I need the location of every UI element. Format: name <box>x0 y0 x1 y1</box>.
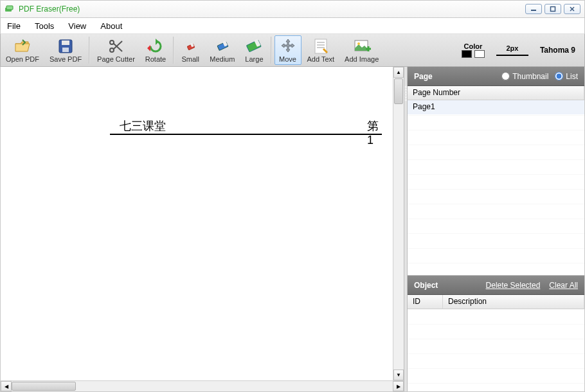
toolbar-label: Rotate <box>145 55 166 63</box>
svg-point-24 <box>357 42 360 45</box>
app-icon <box>4 4 15 14</box>
scissors-icon <box>107 37 125 55</box>
menubar: File Tools View About <box>0 18 585 33</box>
scroll-thumb[interactable] <box>394 78 403 104</box>
eraser-small-button[interactable]: Small <box>177 35 204 65</box>
eraser-medium-icon <box>213 37 231 55</box>
text-icon <box>312 37 330 55</box>
toolbar-label: Medium <box>210 55 235 63</box>
sidebar: Page Thumbnail List Page Number Page1 Ob… <box>408 67 584 391</box>
svg-rect-1 <box>6 6 13 10</box>
close-button[interactable] <box>564 4 580 14</box>
maximize-button[interactable] <box>544 4 561 14</box>
main-area: 七三课堂 第 1 ▲ ▼ ◀ ▶ Page Thumbnail <box>0 67 585 392</box>
page-cutter-button[interactable]: Page Cutter <box>93 35 140 65</box>
rotate-button[interactable]: Rotate <box>141 35 170 65</box>
color-swatch-black[interactable] <box>462 50 472 58</box>
view-list-radio[interactable]: List <box>555 72 578 81</box>
page-list-header: Page Number <box>408 86 584 100</box>
menu-file[interactable]: File <box>7 21 21 31</box>
toolbar-separator <box>173 37 174 64</box>
doc-text-right: 第 1 <box>367 118 383 147</box>
add-text-button[interactable]: Add Text <box>303 35 339 65</box>
toolbar-separator <box>89 37 90 64</box>
toolbar-label: Move <box>279 55 296 63</box>
rotate-icon <box>147 37 165 55</box>
document-viewport: 七三课堂 第 1 ▲ ▼ ◀ ▶ <box>1 67 404 391</box>
doc-horizontal-rule <box>110 134 382 135</box>
window-title: PDF Eraser(Free) <box>19 4 80 13</box>
vertical-scrollbar[interactable]: ▲ ▼ <box>393 67 404 380</box>
svg-rect-3 <box>551 7 555 12</box>
doc-text-left: 七三课堂 <box>120 118 166 134</box>
image-icon <box>353 37 371 55</box>
page-panel-title: Page <box>414 72 433 81</box>
eraser-medium-button[interactable]: Medium <box>205 35 239 65</box>
document-canvas[interactable]: 七三课堂 第 1 ▲ ▼ <box>1 67 404 380</box>
open-pdf-button[interactable]: Open PDF <box>1 35 44 65</box>
scroll-up-icon[interactable]: ▲ <box>393 67 404 78</box>
scroll-thumb[interactable] <box>12 382 76 391</box>
eraser-small-icon <box>181 37 199 55</box>
pdf-page[interactable]: 七三课堂 第 1 <box>1 67 383 375</box>
object-panel-header: Object Delete Selected Clear All <box>408 276 584 295</box>
menu-view[interactable]: View <box>68 21 86 31</box>
view-thumbnail-radio[interactable]: Thumbnail <box>501 72 548 81</box>
toolbar-label: Save PDF <box>50 55 82 63</box>
object-list[interactable]: ID Description <box>408 295 584 391</box>
scroll-left-icon[interactable]: ◀ <box>1 381 12 391</box>
menu-about[interactable]: About <box>100 21 122 31</box>
line-width-preview <box>496 55 528 56</box>
page-panel-header: Page Thumbnail List <box>408 67 584 86</box>
minimize-button[interactable] <box>525 4 542 14</box>
folder-open-icon <box>14 37 32 55</box>
floppy-disk-icon <box>57 37 75 55</box>
clear-all-link[interactable]: Clear All <box>549 281 578 290</box>
toolbar-label: Page Cutter <box>97 55 135 63</box>
menu-tools[interactable]: Tools <box>35 21 54 31</box>
page-panel: Page Thumbnail List Page Number Page1 <box>408 67 584 276</box>
color-label: Color <box>464 42 483 50</box>
toolbar-label: Add Image <box>345 55 379 63</box>
save-pdf-button[interactable]: Save PDF <box>45 35 86 65</box>
col-description[interactable]: Description <box>443 295 584 308</box>
delete-selected-link[interactable]: Delete Selected <box>486 281 541 290</box>
titlebar: PDF Eraser(Free) <box>0 0 585 18</box>
font-picker[interactable]: Tahoma 9 <box>540 46 575 55</box>
line-width-label: 2px <box>506 44 518 52</box>
toolbar-label: Small <box>181 55 199 63</box>
horizontal-scrollbar[interactable]: ◀ ▶ <box>1 380 404 391</box>
line-width-picker[interactable]: 2px <box>496 44 528 56</box>
toolbar-separator <box>271 37 272 64</box>
page-list-row[interactable]: Page1 <box>408 100 584 114</box>
scroll-right-icon[interactable]: ▶ <box>393 381 404 391</box>
svg-rect-8 <box>62 48 69 52</box>
svg-line-12 <box>113 41 122 49</box>
toolbar-label: Open PDF <box>6 55 39 63</box>
scroll-down-icon[interactable]: ▼ <box>393 370 404 380</box>
toolbar: Open PDF Save PDF Page Cutter Rotate Sma… <box>0 33 585 67</box>
object-panel-title: Object <box>414 281 438 290</box>
col-id[interactable]: ID <box>408 295 443 308</box>
svg-line-11 <box>113 43 122 51</box>
move-icon <box>279 37 297 55</box>
page-list-cell: Page1 <box>408 100 584 114</box>
svg-rect-7 <box>62 40 69 45</box>
toolbar-label: Large <box>245 55 263 63</box>
object-panel: Object Delete Selected Clear All ID Desc… <box>408 276 584 391</box>
toolbar-label: Add Text <box>307 55 335 63</box>
move-button[interactable]: Move <box>274 35 302 65</box>
eraser-large-button[interactable]: Large <box>240 35 267 65</box>
color-picker[interactable]: Color <box>462 42 485 58</box>
object-list-header: ID Description <box>408 295 584 309</box>
page-list[interactable]: Page Number Page1 <box>408 86 584 275</box>
add-image-button[interactable]: Add Image <box>340 35 383 65</box>
col-page-number[interactable]: Page Number <box>408 86 584 100</box>
eraser-large-icon <box>245 37 263 55</box>
color-swatch-white[interactable] <box>474 50 485 58</box>
